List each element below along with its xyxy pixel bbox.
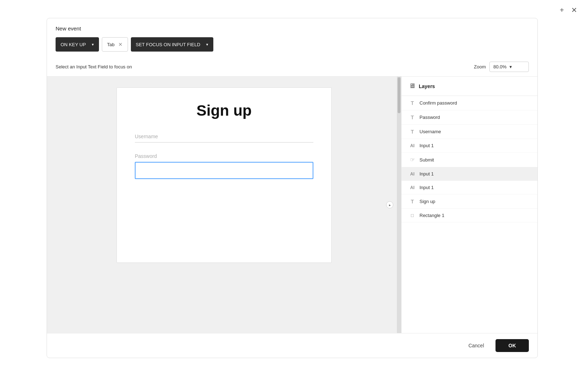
dialog-header: New event ON KEY UP ▾ Tab ✕ SET FOCUS ON… [47, 18, 537, 57]
password-field-group: Password [135, 153, 313, 179]
content-area: ▸ Sign up Username Password 🖥 [47, 77, 537, 333]
password-input[interactable] [135, 162, 313, 179]
window-controls: + ✕ [560, 6, 577, 14]
tab-value: Tab [107, 42, 115, 47]
layer-ai-icon: AI [409, 143, 416, 148]
layer-label: Input 1 [419, 143, 434, 148]
layer-button-icon: ☞ [409, 156, 416, 163]
layer-label: Sign up [419, 199, 435, 204]
canvas-scrollbar-thumb [398, 77, 400, 113]
add-button[interactable]: + [560, 6, 564, 14]
toolbar-row: ON KEY UP ▾ Tab ✕ SET FOCUS ON INPUT FIE… [56, 37, 529, 52]
layers-panel-icon: 🖥 [409, 82, 415, 90]
layer-label: Input 1 [419, 171, 434, 177]
layer-label: Password [419, 115, 440, 120]
tab-pill[interactable]: Tab ✕ [102, 37, 128, 52]
dialog-footer: Cancel OK [47, 333, 537, 358]
trigger-dropdown[interactable]: ON KEY UP ▾ [56, 37, 99, 52]
dialog-title: New event [56, 25, 529, 32]
layer-item[interactable]: □ Rectangle 1 [402, 209, 537, 222]
layer-label: Username [419, 129, 441, 134]
layer-item[interactable]: ☞ Submit [402, 153, 537, 167]
zoom-chevron-icon: ▾ [509, 64, 512, 69]
collapse-arrow-icon: ▸ [389, 203, 391, 207]
layer-item[interactable]: AI Input 1 [402, 181, 537, 194]
close-button[interactable]: ✕ [571, 6, 577, 14]
action-label: SET FOCUS ON INPUT FIELD [136, 42, 200, 47]
layer-label: Confirm password [419, 100, 457, 106]
zoom-select[interactable]: 80.0% ▾ [489, 62, 529, 72]
layer-item[interactable]: T Username [402, 125, 537, 139]
layer-text-icon: T [409, 129, 416, 135]
action-dropdown[interactable]: SET FOCUS ON INPUT FIELD ▾ [131, 37, 213, 52]
form-title: Sign up [135, 102, 313, 119]
layers-header: 🖥 Layers [402, 77, 537, 96]
layer-rect-icon: □ [409, 213, 416, 218]
canvas-scrollbar[interactable] [397, 77, 401, 333]
layer-item[interactable]: T Sign up [402, 194, 537, 209]
trigger-chevron-icon: ▾ [92, 42, 94, 47]
instruction-text: Select an Input Text Field to focus on [56, 64, 132, 69]
canvas-area: ▸ Sign up Username Password [47, 77, 401, 333]
instruction-row: Select an Input Text Field to focus on Z… [47, 57, 537, 77]
layer-item[interactable]: AI Input 1 [402, 139, 537, 153]
username-underline [135, 142, 313, 143]
signup-form-canvas: Sign up Username Password [117, 87, 332, 263]
layer-text-icon: T [409, 114, 416, 120]
layers-header-label: Layers [419, 83, 435, 89]
ok-button[interactable]: OK [495, 339, 529, 352]
zoom-label: Zoom [474, 64, 486, 69]
layer-ai-icon: AI [409, 172, 416, 177]
zoom-control: Zoom 80.0% ▾ [474, 62, 529, 72]
action-chevron-icon: ▾ [206, 42, 208, 47]
layer-text-icon: T [409, 198, 416, 204]
tab-close-icon[interactable]: ✕ [118, 42, 123, 47]
trigger-label: ON KEY UP [61, 42, 86, 47]
collapse-arrow-button[interactable]: ▸ [386, 201, 393, 208]
layer-item[interactable]: T Password [402, 110, 537, 125]
layer-label: Input 1 [419, 185, 434, 190]
layers-panel: 🖥 Layers T Confirm password T Password T… [401, 77, 537, 333]
cancel-button[interactable]: Cancel [461, 339, 491, 352]
layer-item-selected[interactable]: AI Input 1 [402, 167, 537, 181]
zoom-value: 80.0% [493, 64, 507, 69]
layer-label: Submit [419, 157, 434, 163]
password-label: Password [135, 153, 313, 159]
username-label: Username [135, 134, 313, 139]
layer-text-icon: T [409, 100, 416, 106]
layer-label: Rectangle 1 [419, 213, 444, 218]
layer-item[interactable]: T Confirm password [402, 96, 537, 110]
layer-ai-icon: AI [409, 185, 416, 190]
username-field-group: Username [135, 134, 313, 143]
dialog: New event ON KEY UP ▾ Tab ✕ SET FOCUS ON… [47, 18, 538, 358]
